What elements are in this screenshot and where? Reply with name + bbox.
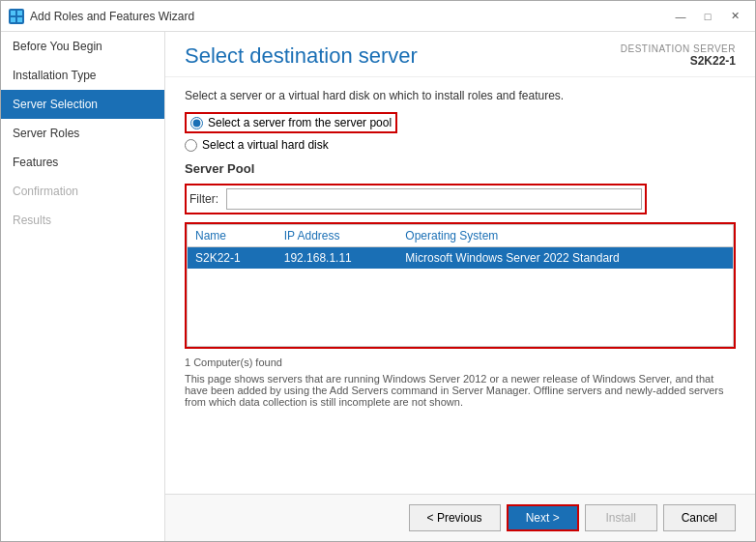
server-pool-label: Server Pool	[185, 161, 736, 176]
previous-button[interactable]: < Previous	[409, 504, 501, 531]
footer-description: This page shows servers that are running…	[185, 373, 736, 408]
sidebar-item-confirmation: Confirmation	[1, 177, 164, 206]
destination-server-name: S2K22-1	[621, 54, 736, 68]
svg-rect-0	[11, 11, 15, 15]
main-window: Add Roles and Features Wizard — □ ✕ Befo…	[0, 0, 756, 542]
server-name-cell: S2K22-1	[188, 247, 276, 270]
svg-rect-2	[11, 17, 15, 22]
col-os[interactable]: Operating System	[397, 225, 733, 247]
filter-input[interactable]	[226, 188, 642, 210]
svg-rect-3	[17, 17, 22, 22]
table-header: Name IP Address Operating System	[188, 225, 734, 247]
install-button: Install	[585, 504, 657, 531]
footer-count: 1 Computer(s) found	[185, 357, 736, 368]
server-pool-section: Server Pool Filter: Name IP Address	[185, 161, 736, 408]
next-button[interactable]: Next >	[507, 504, 579, 531]
radio-input-vhd[interactable]	[185, 139, 197, 152]
filter-row: Filter:	[185, 184, 647, 214]
svg-rect-1	[17, 11, 22, 15]
radio-input-pool[interactable]	[190, 117, 203, 129]
destination-server-info: DESTINATION SERVER S2K22-1	[621, 43, 736, 68]
maximize-button[interactable]: □	[695, 7, 720, 26]
radio-border-pool: Select a server from the server pool	[185, 112, 397, 133]
table-wrapper: Name IP Address Operating System S2K22-1…	[185, 222, 736, 349]
title-bar-left: Add Roles and Features Wizard	[9, 9, 194, 24]
radio-group: Select a server from the server pool Sel…	[185, 112, 736, 152]
filter-label: Filter:	[189, 192, 218, 206]
sidebar-item-installation-type[interactable]: Installation Type	[1, 61, 164, 90]
radio-server-pool: Select a server from the server pool	[185, 112, 736, 133]
sidebar: Before You Begin Installation Type Serve…	[1, 32, 165, 541]
title-bar: Add Roles and Features Wizard — □ ✕	[1, 1, 755, 32]
app-icon	[9, 9, 24, 24]
server-os-cell: Microsoft Windows Server 2022 Standard	[397, 247, 733, 270]
close-button[interactable]: ✕	[722, 7, 747, 26]
table-body: S2K22-1 192.168.1.11 Microsoft Windows S…	[188, 247, 734, 347]
sidebar-item-server-roles[interactable]: Server Roles	[1, 119, 164, 148]
bottom-bar: < Previous Next > Install Cancel	[165, 494, 755, 541]
cancel-button[interactable]: Cancel	[663, 504, 736, 531]
main-content: Select a server or a virtual hard disk o…	[165, 77, 755, 494]
col-ip[interactable]: IP Address	[276, 225, 398, 247]
title-bar-controls: — □ ✕	[668, 7, 747, 26]
count-text: 1 Computer(s) found	[185, 357, 282, 368]
radio-vhd[interactable]: Select a virtual hard disk	[185, 138, 736, 152]
page-title: Select destination server	[185, 43, 418, 69]
server-ip-cell: 192.168.1.11	[276, 247, 398, 270]
main-area: Select destination server DESTINATION SE…	[165, 32, 755, 541]
instruction-text: Select a server or a virtual hard disk o…	[185, 89, 736, 102]
minimize-button[interactable]: —	[668, 7, 693, 26]
sidebar-item-before-you-begin[interactable]: Before You Begin	[1, 32, 164, 61]
sidebar-item-features[interactable]: Features	[1, 148, 164, 177]
destination-server-label: DESTINATION SERVER	[621, 43, 736, 54]
content-area: Before You Begin Installation Type Serve…	[1, 32, 755, 541]
sidebar-item-results: Results	[1, 206, 164, 235]
page-header: Select destination server DESTINATION SE…	[165, 32, 755, 77]
sidebar-item-server-selection[interactable]: Server Selection	[1, 90, 164, 119]
window-title: Add Roles and Features Wizard	[30, 10, 194, 23]
col-name[interactable]: Name	[188, 225, 276, 247]
server-table: Name IP Address Operating System S2K22-1…	[187, 224, 734, 347]
table-row[interactable]: S2K22-1 192.168.1.11 Microsoft Windows S…	[188, 247, 734, 270]
